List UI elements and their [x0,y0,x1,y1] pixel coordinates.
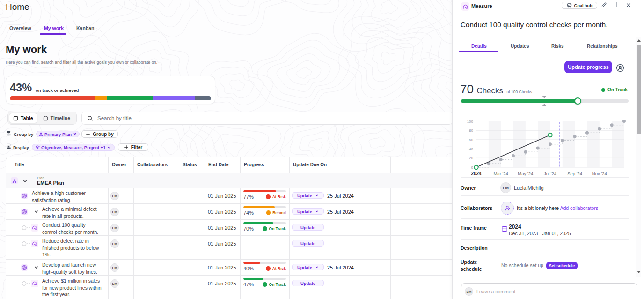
svg-text:100: 100 [467,120,474,124]
svg-text:20: 20 [469,156,473,160]
svg-text:Sep '24: Sep '24 [567,171,582,176]
svg-text:2024: 2024 [471,171,482,176]
svg-text:Nov '24: Nov '24 [592,171,607,176]
svg-text:Jul '24: Jul '24 [544,171,556,176]
svg-text:May '24: May '24 [518,171,533,176]
svg-text:60: 60 [469,138,473,142]
svg-text:80: 80 [469,128,473,133]
svg-text:Mar '24: Mar '24 [493,171,508,176]
svg-text:40: 40 [469,147,473,151]
svg-text:0: 0 [471,165,474,170]
